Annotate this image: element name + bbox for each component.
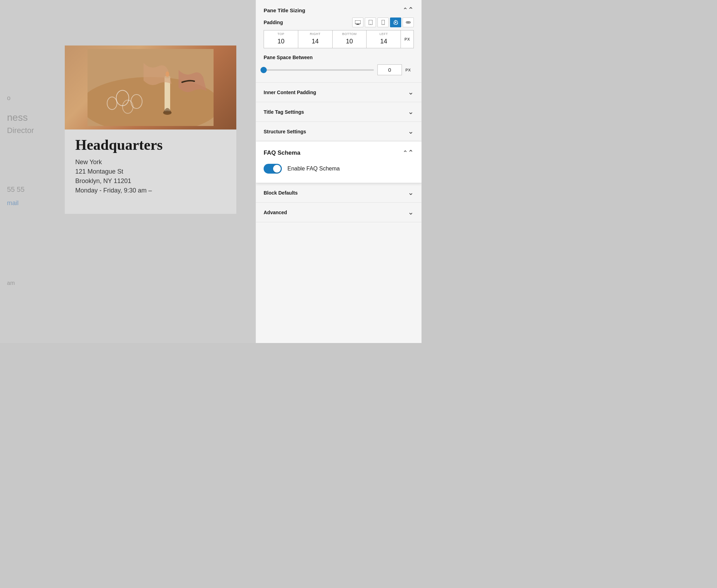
pane-title-sizing-section: Pane Title Sizing ⌃ Padding bbox=[256, 0, 422, 83]
slider-track bbox=[264, 69, 374, 71]
padding-right-value: 14 bbox=[298, 36, 332, 48]
padding-right-input[interactable]: RIGHT 14 bbox=[298, 30, 333, 48]
slider-container[interactable] bbox=[264, 66, 374, 74]
padding-label: Padding bbox=[264, 20, 283, 25]
block-defaults-header[interactable]: Block Defaults bbox=[256, 183, 422, 202]
svg-point-17 bbox=[395, 22, 396, 23]
card-title: Headquarters bbox=[75, 136, 226, 153]
faq-schema-body: Enable FAQ Schema bbox=[256, 162, 422, 183]
faq-schema-header[interactable]: FAQ Schema ⌃ bbox=[256, 141, 422, 162]
padding-label-row: Padding bbox=[264, 18, 414, 27]
toggle-thumb bbox=[273, 165, 281, 173]
padding-top-value: 10 bbox=[264, 36, 298, 48]
structure-settings-chevron[interactable] bbox=[408, 128, 414, 135]
advanced-chevron[interactable] bbox=[408, 209, 414, 216]
padding-top-input[interactable]: TOP 10 bbox=[264, 30, 298, 48]
device-icons bbox=[352, 18, 414, 27]
card-hours: Monday - Friday, 9:30 am – bbox=[75, 187, 226, 194]
padding-top-label: TOP bbox=[264, 30, 298, 36]
left-edge-director: Director bbox=[7, 126, 34, 135]
advanced-title: Advanced bbox=[264, 210, 287, 215]
title-tag-settings-section: Title Tag Settings bbox=[256, 102, 422, 122]
faq-schema-section: FAQ Schema ⌃ Enable FAQ Schema bbox=[256, 141, 422, 183]
slider-unit: PX bbox=[405, 68, 414, 72]
left-edge-ness: ness bbox=[7, 112, 28, 123]
padding-left-label: LEFT bbox=[367, 30, 401, 36]
card-image-inner bbox=[88, 49, 214, 126]
title-tag-settings-title: Title Tag Settings bbox=[264, 109, 304, 115]
slider-value-input[interactable] bbox=[377, 64, 402, 75]
preview-area: o ness Director 55 55 mail am bbox=[0, 0, 256, 343]
padding-bottom-input[interactable]: BOTTOM 10 bbox=[332, 30, 367, 48]
pane-space-between-row: Pane Space Between PX bbox=[264, 55, 414, 75]
slider-thumb[interactable] bbox=[260, 67, 267, 73]
card-image bbox=[65, 46, 236, 130]
advanced-section: Advanced bbox=[256, 203, 422, 222]
left-edge-mail: mail bbox=[7, 200, 19, 207]
faq-schema-chevron[interactable]: ⌃ bbox=[403, 149, 414, 157]
toggle-track bbox=[264, 164, 282, 174]
settings-icon-btn[interactable] bbox=[390, 18, 401, 27]
pane-title-sizing-title: Pane Title Sizing bbox=[264, 7, 305, 13]
inner-content-padding-header[interactable]: Inner Content Padding bbox=[256, 83, 422, 102]
left-edge-am: am bbox=[7, 280, 15, 286]
svg-rect-12 bbox=[356, 24, 360, 25]
padding-bottom-value: 10 bbox=[333, 36, 367, 48]
left-edge-o: o bbox=[7, 94, 11, 102]
card-text-area: Headquarters New York 121 Montague St Br… bbox=[65, 130, 236, 203]
block-defaults-title: Block Defaults bbox=[264, 190, 298, 196]
card-container: Headquarters New York 121 Montague St Br… bbox=[65, 46, 236, 214]
svg-point-16 bbox=[383, 24, 383, 24]
svg-rect-10 bbox=[355, 20, 361, 24]
left-edge-nums: 55 55 bbox=[7, 186, 25, 194]
block-defaults-chevron[interactable] bbox=[408, 189, 414, 196]
inner-content-padding-chevron[interactable] bbox=[408, 89, 414, 96]
faq-schema-toggle[interactable] bbox=[264, 164, 282, 174]
padding-bottom-label: BOTTOM bbox=[333, 30, 367, 36]
card-city-state: Brooklyn, NY 11201 bbox=[75, 177, 226, 185]
padding-unit: PX bbox=[401, 30, 414, 48]
padding-inputs: TOP 10 RIGHT 14 BOTTOM 10 LEFT 14 PX bbox=[264, 30, 414, 48]
pane-title-sizing-chevron[interactable]: ⌃ bbox=[403, 6, 414, 14]
mobile-icon-btn[interactable] bbox=[377, 18, 389, 27]
structure-settings-header[interactable]: Structure Settings bbox=[256, 122, 422, 141]
desktop-icon-btn[interactable] bbox=[352, 18, 363, 27]
inner-content-padding-section: Inner Content Padding bbox=[256, 83, 422, 102]
tablet-icon-btn[interactable] bbox=[365, 18, 376, 27]
card-street: 121 Montague St bbox=[75, 168, 226, 175]
slider-row: PX bbox=[264, 64, 414, 75]
title-tag-settings-chevron[interactable] bbox=[408, 108, 414, 115]
padding-left-input[interactable]: LEFT 14 bbox=[366, 30, 401, 48]
structure-settings-title: Structure Settings bbox=[264, 129, 306, 134]
structure-settings-section: Structure Settings bbox=[256, 122, 422, 141]
svg-point-14 bbox=[370, 24, 371, 24]
faq-schema-toggle-label: Enable FAQ Schema bbox=[287, 166, 340, 172]
advanced-header[interactable]: Advanced bbox=[256, 203, 422, 222]
inner-content-padding-title: Inner Content Padding bbox=[264, 90, 316, 95]
right-panel: Pane Title Sizing ⌃ Padding bbox=[256, 0, 422, 343]
block-defaults-section: Block Defaults bbox=[256, 183, 422, 203]
pane-title-sizing-content: Padding bbox=[256, 18, 422, 82]
svg-rect-11 bbox=[357, 24, 359, 24]
pane-title-sizing-header[interactable]: Pane Title Sizing ⌃ bbox=[256, 0, 422, 18]
card-city: New York bbox=[75, 159, 226, 166]
padding-left-value: 14 bbox=[367, 36, 401, 48]
padding-right-label: RIGHT bbox=[298, 30, 332, 36]
link-icon-btn[interactable] bbox=[403, 18, 414, 27]
pane-space-between-label: Pane Space Between bbox=[264, 55, 414, 60]
faq-schema-title: FAQ Schema bbox=[264, 149, 300, 156]
title-tag-settings-header[interactable]: Title Tag Settings bbox=[256, 102, 422, 121]
